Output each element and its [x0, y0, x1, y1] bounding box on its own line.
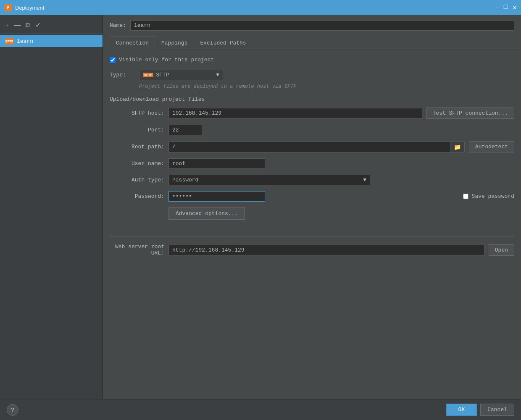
root-path-input[interactable] — [169, 142, 450, 152]
tabs: Connection Mappings Excluded Paths — [103, 36, 521, 50]
sidebar: + — ⧉ ✓ SFTP learn — [0, 15, 103, 399]
test-sftp-button[interactable]: Test SFTP connection... — [426, 108, 514, 119]
auth-type-value: Password — [172, 177, 198, 183]
auth-type-select[interactable]: Password ▼ — [168, 175, 370, 185]
remove-button[interactable]: — — [12, 21, 22, 30]
ok-button[interactable]: OK — [446, 404, 477, 416]
bottom-bar: ? OK Cancel — [0, 399, 521, 420]
visible-only-row: Visible only for this project — [110, 57, 514, 63]
type-row: Type: SFTP SFTP ▼ — [110, 70, 514, 80]
type-description: Project files are deployed to a remote h… — [139, 84, 514, 89]
tab-connection[interactable]: Connection — [110, 36, 155, 50]
name-label: Name: — [110, 22, 126, 29]
confirm-button[interactable]: ✓ — [34, 20, 42, 30]
type-select-value: SFTP — [156, 72, 169, 78]
visible-only-label: Visible only for this project — [119, 57, 214, 63]
copy-button[interactable]: ⧉ — [24, 21, 32, 30]
content-area: Visible only for this project Type: SFTP… — [103, 50, 521, 399]
port-label: Port: — [110, 127, 164, 133]
password-label: Password: — [110, 193, 164, 200]
username-row: User name: — [110, 158, 514, 169]
add-button[interactable]: + — [3, 21, 11, 30]
main-content: + — ⧉ ✓ SFTP learn Name: Connection Mapp… — [0, 15, 521, 399]
sidebar-item-learn[interactable]: SFTP learn — [0, 35, 103, 47]
help-button[interactable]: ? — [7, 404, 18, 416]
bottom-right: OK Cancel — [446, 404, 514, 416]
name-input[interactable] — [130, 20, 514, 31]
sftp-host-label: SFTP host: — [110, 110, 164, 116]
type-select[interactable]: SFTP SFTP ▼ — [139, 70, 223, 80]
save-password-row: Save password — [463, 193, 514, 200]
web-server-input[interactable] — [169, 245, 484, 255]
advanced-options-button[interactable]: Advanced options... — [168, 207, 245, 220]
sidebar-toolbar: + — ⧉ ✓ — [0, 18, 103, 34]
autodetect-button[interactable]: Autodetect — [469, 141, 514, 152]
name-row: Name: — [103, 15, 521, 36]
upload-section-label: Upload/download project files — [110, 96, 514, 102]
root-path-row: Root path: 📁 Autodetect — [110, 141, 514, 152]
web-server-url-container — [168, 245, 484, 255]
root-path-container: 📁 — [168, 142, 465, 152]
sftp-icon: SFTP — [5, 38, 13, 45]
port-input[interactable] — [168, 125, 202, 135]
web-server-label: Web server root URL: — [110, 244, 164, 256]
sftp-type-icon: SFTP — [143, 73, 153, 77]
cancel-button[interactable]: Cancel — [480, 404, 514, 416]
auth-type-row: Auth type: Password ▼ — [110, 175, 514, 185]
port-row: Port: — [110, 125, 514, 135]
advanced-options-container: Advanced options... — [168, 207, 514, 228]
right-panel: Name: Connection Mappings Excluded Paths… — [103, 15, 521, 399]
tab-excluded-paths[interactable]: Excluded Paths — [194, 36, 252, 50]
sftp-host-row: SFTP host: Test SFTP connection... — [110, 108, 514, 119]
browse-folder-button[interactable]: 📁 — [450, 142, 464, 152]
title-bar: P Deployment — □ ✕ — [0, 0, 521, 15]
save-password-checkbox[interactable] — [463, 194, 468, 199]
minimize-button[interactable]: — — [495, 3, 499, 12]
visible-only-checkbox[interactable] — [110, 57, 116, 63]
type-dropdown-arrow: ▼ — [216, 72, 219, 78]
auth-type-dropdown-arrow: ▼ — [363, 177, 366, 183]
username-input[interactable] — [168, 158, 265, 169]
root-path-label: Root path: — [110, 144, 164, 150]
open-button[interactable]: Open — [489, 244, 514, 256]
close-button[interactable]: ✕ — [513, 3, 517, 12]
auth-type-label: Auth type: — [110, 177, 164, 183]
app-icon: P — [4, 4, 12, 11]
username-label: User name: — [110, 160, 164, 167]
maximize-button[interactable]: □ — [504, 3, 508, 12]
title-text: Deployment — [15, 5, 44, 11]
window-controls[interactable]: — □ ✕ — [495, 3, 517, 12]
type-label: Type: — [110, 72, 135, 78]
sftp-host-input[interactable] — [168, 108, 422, 118]
divider — [110, 236, 514, 237]
sidebar-item-label: learn — [17, 38, 33, 45]
password-input[interactable] — [168, 191, 265, 202]
save-password-label: Save password — [472, 193, 514, 200]
web-server-row: Web server root URL: Open — [110, 244, 514, 256]
tab-mappings[interactable]: Mappings — [155, 36, 194, 50]
password-row: Password: Save password — [110, 191, 514, 202]
